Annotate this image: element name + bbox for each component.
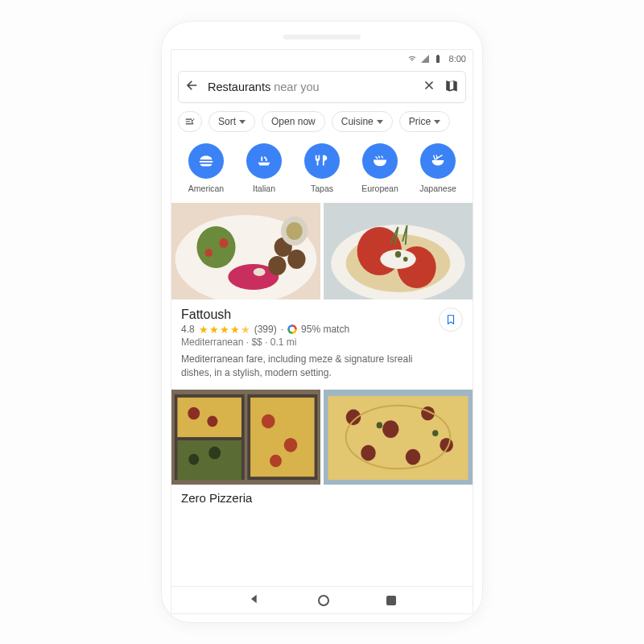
nav-back[interactable] [248, 592, 261, 609]
screen: 8:00 Restaurants near you Sort [171, 49, 473, 614]
listing-title[interactable]: Zero Pizzeria [171, 485, 473, 511]
wifi-icon [407, 54, 417, 64]
back-button[interactable] [185, 78, 200, 96]
phone-speaker [283, 35, 361, 39]
stars-icon: ★★★★★ [199, 324, 250, 335]
svg-point-27 [188, 453, 199, 464]
category-european[interactable]: European [357, 143, 403, 193]
category-row: American Italian Tapas European [171, 138, 473, 203]
listing-rating-row: 4.8 ★★★★★ (399) · 95% match [181, 324, 463, 335]
tapas-icon [304, 143, 340, 179]
filter-row: Sort Open now Cuisine Price [171, 106, 473, 138]
status-time: 8:00 [449, 54, 466, 64]
filter-sort-label: Sort [218, 116, 236, 127]
plate-icon [246, 143, 282, 179]
listing-title: Fattoush [181, 308, 463, 322]
chevron-down-icon [434, 120, 440, 124]
category-tapas[interactable]: Tapas [299, 143, 345, 193]
listing-description: Mediterranean fare, including meze & sig… [181, 353, 423, 380]
svg-point-8 [287, 250, 305, 269]
listing-reviews: (399) [254, 324, 277, 335]
category-label: European [357, 184, 403, 193]
map-toggle-icon[interactable] [444, 78, 459, 96]
svg-point-43 [432, 430, 438, 436]
ramen-icon [420, 143, 456, 179]
svg-point-30 [262, 414, 275, 428]
food-photo [324, 390, 473, 485]
listing-photos[interactable] [171, 390, 473, 485]
search-suffix: near you [274, 80, 319, 93]
filter-open-now[interactable]: Open now [262, 111, 325, 132]
svg-point-39 [406, 448, 421, 464]
svg-point-25 [207, 415, 217, 427]
category-american[interactable]: American [183, 143, 229, 193]
filter-sort[interactable]: Sort [208, 111, 255, 132]
match-icon [287, 324, 297, 334]
svg-point-2 [196, 226, 235, 268]
listing-card[interactable]: Fattoush 4.8 ★★★★★ (399) · 95% match Med… [171, 299, 473, 390]
filter-cuisine-label: Cuisine [341, 116, 374, 127]
svg-point-42 [377, 422, 382, 428]
phone-frame: 8:00 Restaurants near you Sort [162, 22, 482, 622]
svg-point-9 [268, 256, 286, 275]
food-photo [171, 390, 320, 485]
svg-point-19 [403, 257, 408, 262]
search-term: Restaurants [208, 80, 270, 93]
listing-photos[interactable] [171, 203, 473, 299]
search-query[interactable]: Restaurants near you [208, 80, 414, 93]
svg-rect-26 [177, 440, 242, 480]
svg-point-24 [188, 407, 200, 419]
filter-cuisine[interactable]: Cuisine [332, 111, 393, 132]
svg-point-28 [208, 446, 221, 459]
listing-match: 95% match [301, 324, 349, 335]
nav-home[interactable] [318, 595, 329, 606]
nav-recent[interactable] [386, 596, 396, 605]
chevron-down-icon [377, 120, 383, 124]
svg-point-31 [284, 438, 298, 452]
svg-point-4 [205, 249, 213, 257]
category-italian[interactable]: Italian [241, 143, 287, 193]
food-photo [324, 203, 473, 299]
svg-point-11 [286, 222, 302, 240]
filter-price[interactable]: Price [399, 111, 450, 132]
svg-point-38 [361, 444, 376, 460]
burger-icon [188, 143, 224, 179]
svg-rect-29 [250, 397, 315, 476]
svg-rect-34 [328, 395, 469, 479]
category-label: American [183, 184, 229, 193]
svg-point-36 [382, 420, 398, 438]
search-bar[interactable]: Restaurants near you [178, 71, 466, 103]
filter-price-label: Price [409, 116, 431, 127]
svg-point-18 [395, 251, 401, 258]
category-label: Tapas [299, 184, 345, 193]
save-button[interactable] [439, 308, 463, 332]
svg-point-32 [270, 454, 282, 467]
listing-rating: 4.8 [181, 324, 195, 335]
category-japanese[interactable]: Japanese [415, 143, 461, 193]
signal-icon [420, 54, 430, 64]
svg-point-3 [219, 238, 228, 248]
clear-button[interactable] [422, 78, 436, 96]
category-label: Italian [241, 184, 287, 193]
svg-point-6 [254, 268, 266, 276]
filter-open-label: Open now [271, 116, 316, 127]
category-label: Japanese [415, 184, 461, 193]
bowl-icon [362, 143, 398, 179]
listing-meta: Mediterranean · $$ · 0.1 mi [181, 336, 463, 348]
battery-icon [433, 54, 443, 64]
food-photo [171, 203, 320, 299]
status-bar: 8:00 [171, 50, 473, 68]
chevron-down-icon [239, 120, 246, 124]
filter-tune-button[interactable] [178, 111, 202, 132]
android-nav-bar [171, 586, 473, 613]
